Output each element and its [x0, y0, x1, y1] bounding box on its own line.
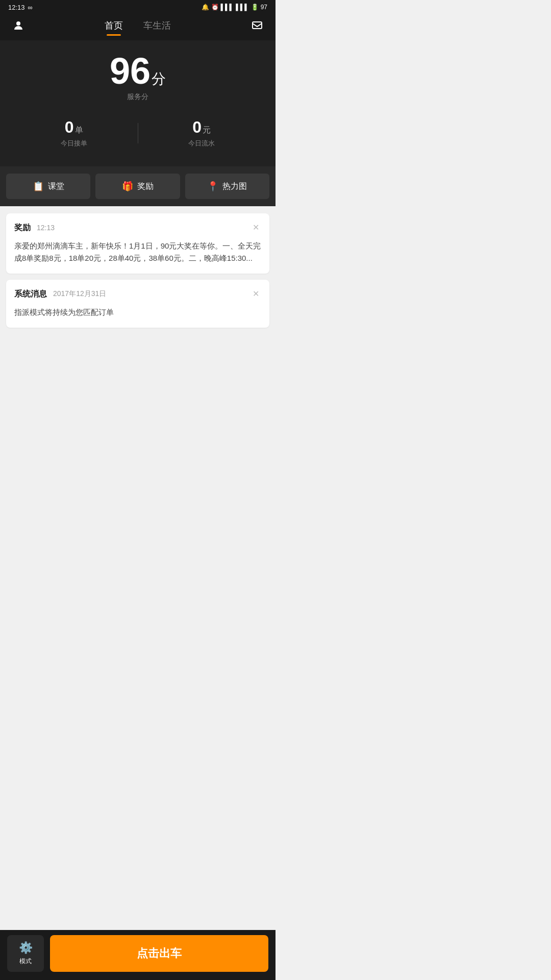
- nav-tabs: 首页 车生活: [105, 19, 171, 35]
- infinity-icon: ∞: [28, 4, 33, 11]
- today-revenue: 0 元 今日流水: [138, 114, 266, 152]
- classroom-icon: 📋: [33, 181, 44, 192]
- today-orders: 0 单 今日接单: [10, 114, 138, 152]
- message-title-row-1: 系统消息 2017年12月31日: [14, 289, 106, 300]
- reward-icon: 🎁: [122, 181, 133, 192]
- today-revenue-unit: 元: [203, 125, 211, 136]
- message-title-0: 奖励: [14, 223, 31, 233]
- battery-level: 97: [261, 4, 267, 11]
- profile-icon[interactable]: [10, 19, 27, 34]
- today-revenue-number: 0: [192, 118, 202, 137]
- status-left: 12:13 ∞: [8, 4, 33, 11]
- today-revenue-label: 今日流水: [138, 139, 266, 148]
- top-nav: 首页 车生活: [0, 14, 276, 40]
- message-content-1: 指派模式将持续为您匹配订单: [14, 306, 261, 318]
- reward-button[interactable]: 🎁 奖励: [95, 174, 180, 199]
- message-close-1[interactable]: ✕: [251, 288, 261, 300]
- action-buttons: 📋 课堂 🎁 奖励 📍 热力图: [0, 166, 276, 206]
- status-time: 12:13: [8, 4, 25, 11]
- message-header-1: 系统消息 2017年12月31日 ✕: [14, 288, 261, 300]
- message-title-1: 系统消息: [14, 289, 47, 300]
- today-orders-unit: 单: [75, 125, 83, 136]
- dnd-icon: 🔔: [202, 4, 209, 11]
- score-row: 96 分: [10, 53, 265, 89]
- message-header-0: 奖励 12:13 ✕: [14, 222, 261, 234]
- score-label: 服务分: [10, 92, 265, 102]
- heatmap-label: 热力图: [222, 181, 247, 192]
- reward-label: 奖励: [137, 181, 154, 192]
- alarm-icon: ⏰: [211, 4, 219, 11]
- tab-home[interactable]: 首页: [105, 19, 123, 35]
- message-icon[interactable]: [249, 19, 265, 34]
- message-card-1: 系统消息 2017年12月31日 ✕ 指派模式将持续为您匹配订单: [6, 280, 269, 328]
- message-card-0: 奖励 12:13 ✕ 亲爱的郑州滴滴车主，新年快乐！1月1日，90元大奖在等你。…: [6, 213, 269, 274]
- message-time-0: 12:13: [37, 224, 55, 232]
- status-right: 🔔 ⏰ ▌▌▌ ▌▌▌ 🔋 97: [202, 4, 267, 11]
- score-number: 96: [110, 53, 151, 89]
- heatmap-icon: 📍: [207, 181, 218, 192]
- battery-icon: 🔋: [251, 4, 259, 11]
- score-unit: 分: [152, 69, 166, 89]
- today-orders-label: 今日接单: [10, 139, 138, 148]
- message-content-0: 亲爱的郑州滴滴车主，新年快乐！1月1日，90元大奖在等你。一、全天完成8单奖励8…: [14, 240, 261, 264]
- today-orders-number: 0: [65, 118, 74, 137]
- hero-section: 96 分 服务分 0 单 今日接单 0 元 今日流水: [0, 40, 276, 166]
- signal-icon: ▌▌▌: [221, 4, 234, 11]
- classroom-label: 课堂: [48, 181, 64, 192]
- tab-carlife[interactable]: 车生活: [143, 19, 171, 35]
- status-bar: 12:13 ∞ 🔔 ⏰ ▌▌▌ ▌▌▌ 🔋 97: [0, 0, 276, 14]
- signal2-icon: ▌▌▌: [236, 4, 249, 11]
- svg-point-0: [16, 21, 20, 26]
- classroom-button[interactable]: 📋 课堂: [6, 174, 90, 199]
- message-title-row-0: 奖励 12:13: [14, 223, 55, 233]
- message-list: 奖励 12:13 ✕ 亲爱的郑州滴滴车主，新年快乐！1月1日，90元大奖在等你。…: [0, 206, 276, 335]
- message-time-1: 2017年12月31日: [53, 289, 106, 299]
- stats-row: 0 单 今日接单 0 元 今日流水: [10, 114, 265, 152]
- svg-rect-1: [253, 22, 262, 29]
- message-close-0[interactable]: ✕: [251, 222, 261, 234]
- heatmap-button[interactable]: 📍 热力图: [185, 174, 269, 199]
